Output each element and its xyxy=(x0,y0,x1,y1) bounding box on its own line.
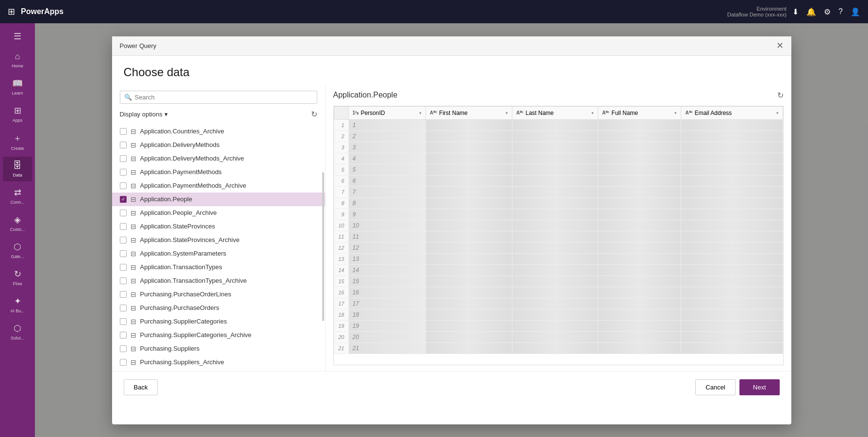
table-list-item[interactable]: ⊟Purchasing.SupplierCategories_Archive xyxy=(112,328,325,342)
col-filter-button[interactable]: ▾ xyxy=(419,111,422,115)
table-item-checkbox[interactable] xyxy=(120,359,127,366)
table-list-item[interactable]: ⊟Application.StateProvinces_Archive xyxy=(112,233,325,247)
table-type-icon: ⊟ xyxy=(131,263,136,271)
table-item-checkbox[interactable]: ✓ xyxy=(120,196,127,203)
back-button[interactable]: Back xyxy=(124,379,158,395)
table-cell: ████████ xyxy=(512,320,598,331)
table-list-item[interactable]: ⊟Application.DeliveryMethods xyxy=(112,138,325,152)
table-list-item[interactable]: ⊟Purchasing.PurchaseOrderLines xyxy=(112,288,325,301)
table-cell: ████████ xyxy=(598,186,681,197)
cancel-button[interactable]: Cancel xyxy=(695,379,735,395)
col-filter-button[interactable]: ▾ xyxy=(674,111,677,115)
table-list-item[interactable]: ⊟Application.TransactionTypes xyxy=(112,260,325,274)
cell-rownum: 11 xyxy=(334,231,348,242)
modal-inner: 🔍 Display options ▾ ↻ xyxy=(112,85,791,371)
col-header: Aᴮᶜ Full Name ▾ xyxy=(598,106,681,119)
next-button[interactable]: Next xyxy=(739,379,780,395)
table-item-checkbox[interactable] xyxy=(120,318,127,325)
table-list-item[interactable]: ⊟Purchasing.SupplierCategories xyxy=(112,315,325,328)
sidebar-item-data[interactable]: 🗄 Data xyxy=(3,157,32,181)
table-item-checkbox[interactable] xyxy=(120,169,127,176)
col-filter-button[interactable]: ▾ xyxy=(591,111,594,115)
sidebar-item-menu[interactable]: ☰ xyxy=(3,27,32,46)
help-icon[interactable]: ? xyxy=(838,7,843,16)
table-cell: ████████ xyxy=(512,253,598,264)
table-row: 44████████████████████████████████ xyxy=(334,153,783,164)
table-item-name: Application.People_Archive xyxy=(140,209,217,216)
sidebar-item-learn[interactable]: 📖 Learn xyxy=(3,74,32,99)
settings-icon[interactable]: ⚙ xyxy=(824,7,831,16)
table-cell: ████████ xyxy=(598,287,681,298)
table-item-checkbox[interactable] xyxy=(120,305,127,311)
table-item-checkbox[interactable] xyxy=(120,332,127,339)
table-cell: ████████ xyxy=(681,220,783,231)
table-list-item[interactable]: ⊟Application.TransactionTypes_Archive xyxy=(112,274,325,288)
col-filter-button[interactable]: ▾ xyxy=(506,111,508,115)
table-cell: ████████ xyxy=(512,130,598,142)
table-cell: ████████ xyxy=(598,253,681,264)
table-list-item[interactable]: ⊟Application.PaymentMethods_Archive xyxy=(112,179,325,193)
table-list-item[interactable]: ⊟Application.People_Archive xyxy=(112,206,325,220)
table-item-name: Purchasing.SupplierCategories xyxy=(140,318,227,325)
sidebar-gateways-label: Gate... xyxy=(11,254,24,259)
table-item-checkbox[interactable] xyxy=(120,264,127,271)
table-item-checkbox[interactable] xyxy=(120,291,127,298)
user-avatar[interactable]: 👤 xyxy=(851,7,860,16)
table-item-checkbox[interactable] xyxy=(120,155,127,162)
table-cell: ████████ xyxy=(512,119,598,130)
modal-close-button[interactable]: ✕ xyxy=(776,40,784,51)
table-list-item[interactable]: ⊟Application.PaymentMethods xyxy=(112,165,325,179)
table-cell: ████████ xyxy=(598,142,681,153)
table-item-checkbox[interactable] xyxy=(120,128,127,135)
display-options-button[interactable]: Display options ▾ xyxy=(120,111,168,118)
modal-footer: Back Cancel Next xyxy=(112,371,791,403)
bell-icon[interactable]: 🔔 xyxy=(806,7,816,16)
table-item-checkbox[interactable] xyxy=(120,223,127,230)
sidebar-item-ai[interactable]: ✦ AI Bu... xyxy=(3,292,32,317)
table-cell: ████████ xyxy=(512,231,598,242)
table-row: 1818████████████████████████████████ xyxy=(334,309,783,320)
sidebar-item-connections[interactable]: ⇄ Conn... xyxy=(3,183,32,209)
table-item-checkbox[interactable] xyxy=(120,250,127,257)
sidebar-item-create[interactable]: ＋ Create xyxy=(3,129,32,155)
sidebar-item-gateways[interactable]: ⬡ Gate... xyxy=(3,238,32,263)
grid-icon[interactable]: ⊞ xyxy=(8,6,15,17)
table-item-checkbox[interactable] xyxy=(120,277,127,284)
table-item-checkbox[interactable] xyxy=(120,182,127,189)
search-input[interactable] xyxy=(135,94,313,101)
table-list-item[interactable]: ⊟Purchasing.Suppliers xyxy=(112,342,325,356)
table-list-item[interactable]: ⊟Purchasing.PurchaseOrders xyxy=(112,301,325,315)
search-container: 🔍 xyxy=(112,85,325,108)
left-panel-refresh-button[interactable]: ↻ xyxy=(311,110,317,119)
col-filter-button[interactable]: ▾ xyxy=(776,111,779,115)
table-list-item[interactable]: ⊟Purchasing.Suppliers_Archive xyxy=(112,356,325,369)
sidebar-item-home[interactable]: ⌂ Home xyxy=(3,48,32,72)
scrollbar[interactable] xyxy=(322,172,324,321)
sidebar-item-apps[interactable]: ⊞ Apps xyxy=(3,101,32,127)
table-item-name: Purchasing.PurchaseOrders xyxy=(140,304,219,311)
table-list-item[interactable]: ⊟Application.StateProvinces xyxy=(112,220,325,233)
table-row: 1313████████████████████████████████ xyxy=(334,253,783,264)
table-item-name: Application.TransactionTypes_Archive xyxy=(140,277,247,284)
preview-refresh-button[interactable]: ↻ xyxy=(777,91,784,100)
table-row: 88████████████████████████████████ xyxy=(334,197,783,209)
table-cell: ████████ xyxy=(512,209,598,220)
data-table-container[interactable]: 1²₃ PersonID ▾ Aᴮᶜ First Name ▾ Aᴮᶜ Last… xyxy=(333,106,784,365)
table-item-checkbox[interactable] xyxy=(120,142,127,148)
table-item-checkbox[interactable] xyxy=(120,237,127,243)
download-icon[interactable]: ⬇ xyxy=(792,7,799,16)
table-item-checkbox[interactable] xyxy=(120,345,127,352)
table-list-item[interactable]: ✓⊟Application.People xyxy=(112,193,325,206)
left-panel: 🔍 Display options ▾ ↻ xyxy=(112,85,326,371)
table-list-item[interactable]: ⊟Application.SystemParameters xyxy=(112,247,325,260)
table-list-item[interactable]: ⊟Application.DeliveryMethods_Archive xyxy=(112,152,325,165)
sidebar-item-flows[interactable]: ↻ Flow xyxy=(3,265,32,290)
table-list-item[interactable]: ⊟Application.Countries_Archive xyxy=(112,125,325,138)
apps-icon: ⊞ xyxy=(14,105,21,116)
sidebar-item-solutions[interactable]: ⬡ Solut... xyxy=(3,319,32,344)
table-item-checkbox[interactable] xyxy=(120,210,127,216)
table-row: 11████████████████████████████████ xyxy=(334,119,783,130)
sidebar-item-custom[interactable]: ◈ Custo... xyxy=(3,210,32,236)
table-cell: ████████ xyxy=(598,175,681,186)
table-cell: ████████ xyxy=(512,342,598,354)
